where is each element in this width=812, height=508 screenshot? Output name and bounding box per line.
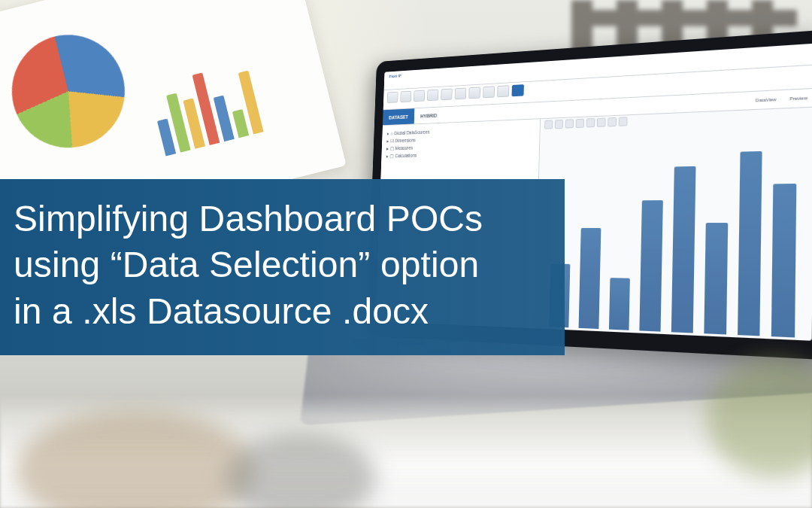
- banner-line-3: in a .xls Datasource .docx: [14, 291, 429, 331]
- chart-canvas: [535, 108, 812, 341]
- banner-line-1: Simplifying Dashboard POCs: [14, 199, 483, 239]
- tab-dataset: DATASET: [383, 108, 414, 125]
- pie-chart-icon: [0, 23, 137, 160]
- tab-preview: Preview: [783, 89, 812, 108]
- tab-dataview: DataView: [749, 90, 783, 109]
- title-banner: Simplifying Dashboard POCs using “Data S…: [0, 179, 565, 355]
- tab-hybrid: HYBRID: [414, 107, 444, 123]
- banner-title: Simplifying Dashboard POCs using “Data S…: [14, 196, 548, 334]
- hero-image: Fiori 4* DATASET HYBRID DataView Preview…: [0, 0, 812, 508]
- bar-chart-icon: [144, 38, 290, 157]
- banner-line-2: using “Data Selection” option: [14, 245, 479, 284]
